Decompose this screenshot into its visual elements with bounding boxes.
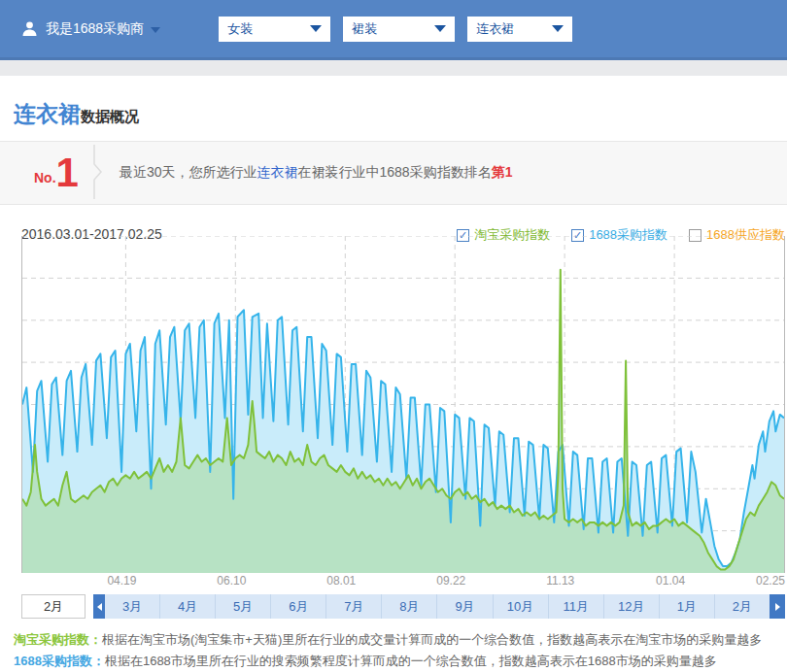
month-item[interactable]: 6月 [271, 594, 326, 619]
month-item[interactable]: 4月 [160, 594, 216, 619]
chevron-down-icon [434, 25, 446, 32]
chevron-down-icon [552, 25, 564, 32]
rank-no-label: No. [34, 170, 56, 185]
rank-text-category-link[interactable]: 连衣裙 [257, 164, 298, 180]
month-item[interactable]: 12月 [604, 594, 660, 619]
taobao-index-description: 淘宝采购指数：根据在淘宝市场(淘宝集市+天猫)里所在行业的成交量计算而成的一个综… [14, 629, 762, 651]
x-tick-label: 11.13 [546, 574, 574, 588]
taobao-index-label: 淘宝采购指数： [14, 632, 102, 647]
x-tick-label: 02.25 [756, 574, 785, 588]
month-item[interactable]: 9月 [437, 594, 493, 619]
month-item[interactable]: 3月 [105, 594, 160, 619]
top-header: 我是1688采购商 女装 裙装 连衣裙 [0, 0, 787, 60]
month-prev-button[interactable] [93, 594, 105, 619]
category-level3-value: 连衣裙 [476, 20, 514, 38]
arrow-right-icon [775, 603, 780, 611]
x-tick-label: 01.04 [656, 574, 685, 588]
category-select-level2[interactable]: 裙装 [343, 17, 455, 42]
page-title: 连衣裙数据概况 [0, 76, 787, 141]
rank-text-prefix: 最近30天，您所选行业 [120, 164, 257, 180]
x-axis-labels: 04.1906.1008.0109.2211.1301.0402.25 [0, 574, 787, 590]
month-item[interactable]: 7月 [326, 594, 382, 619]
month-item[interactable]: 8月 [382, 594, 437, 619]
x-tick-label: 04.19 [107, 574, 136, 588]
user-icon [21, 20, 38, 37]
caret-down-icon [151, 27, 160, 33]
month-item[interactable]: 11月 [549, 594, 604, 619]
1688-index-label: 1688采购指数： [14, 654, 105, 668]
month-bar: 2月 3月4月5月6月7月8月9月10月11月12月1月2月 [21, 594, 785, 619]
category-select-level1[interactable]: 女装 [219, 17, 330, 42]
month-select[interactable]: 2月 [21, 594, 86, 619]
user-label: 我是1688采购商 [46, 20, 144, 38]
rank-text-middle: 在裙装行业中1688采购指数排名 [298, 164, 492, 180]
rank-text-rank: 第1 [492, 164, 513, 180]
category-level2-value: 裙装 [352, 20, 377, 38]
1688-index-text: 根据在1688市场里所在行业的搜索频繁程度计算而成的一个综合数值，指数越高表示在… [105, 654, 717, 668]
user-menu[interactable]: 我是1688采购商 [21, 20, 160, 38]
x-tick-label: 06.10 [217, 574, 246, 588]
month-item[interactable]: 2月 [715, 594, 770, 619]
category-select-level3[interactable]: 连衣裙 [467, 17, 572, 42]
taobao-index-text: 根据在淘宝市场(淘宝集市+天猫)里所在行业的成交量计算而成的一个综合数值，指数越… [102, 632, 762, 647]
chevron-separator-icon [90, 145, 104, 202]
arrow-left-icon [97, 603, 102, 611]
month-list: 3月4月5月6月7月8月9月10月11月12月1月2月 [105, 594, 770, 619]
x-tick-label: 09.22 [436, 574, 465, 588]
rank-description: 最近30天，您所选行业连衣裙在裙装行业中1688采购指数排名第1 [120, 164, 513, 182]
rank-badge: No. 1 [34, 153, 79, 192]
rank-banner: No. 1 最近30天，您所选行业连衣裙在裙装行业中1688采购指数排名第1 [0, 141, 787, 205]
chevron-down-icon [310, 25, 322, 32]
1688-index-description: 1688采购指数：根据在1688市场里所在行业的搜索频繁程度计算而成的一个综合数… [14, 651, 762, 672]
category-selects: 女装 裙装 连衣裙 [219, 17, 585, 42]
x-tick-label: 08.01 [326, 574, 356, 588]
index-descriptions: 淘宝采购指数：根据在淘宝市场(淘宝集市+天猫)里所在行业的成交量计算而成的一个综… [14, 629, 762, 672]
month-next-button[interactable] [770, 594, 785, 619]
trend-chart[interactable] [21, 236, 785, 573]
trend-chart-canvas [22, 236, 784, 573]
month-item[interactable]: 10月 [494, 594, 549, 619]
category-level1-value: 女装 [227, 20, 253, 38]
page-title-suffix: 数据概况 [81, 108, 139, 124]
header-divider-strip [0, 60, 787, 76]
month-item[interactable]: 1月 [660, 594, 715, 619]
page-title-category: 连衣裙 [14, 101, 81, 126]
month-item[interactable]: 5月 [216, 594, 271, 619]
rank-number: 1 [56, 153, 79, 192]
